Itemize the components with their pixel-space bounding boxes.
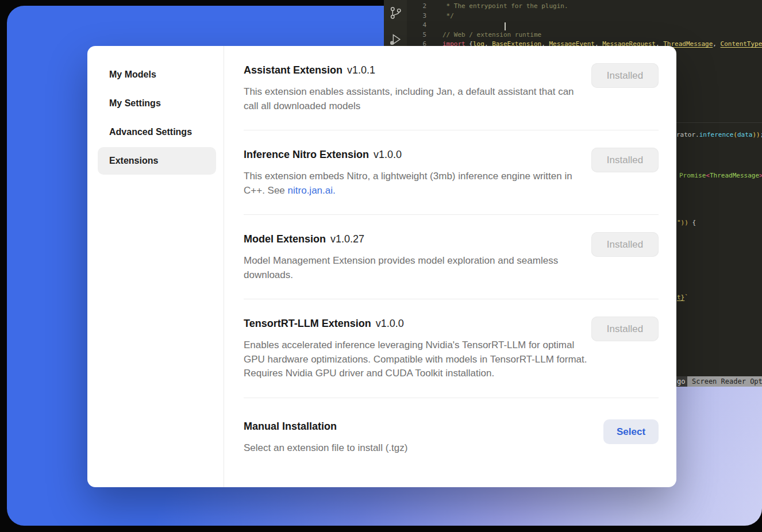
desktop-stage: 2 3 4 5 6 * The entrypoint for the plugi… (0, 0, 762, 532)
line-number: 3 (414, 11, 426, 21)
line-number: 4 (414, 21, 426, 30)
extension-row-assistant: Assistant Extensionv1.0.1 This extension… (244, 46, 659, 130)
extension-name: Inference Nitro Extension (244, 149, 369, 160)
code-fragment-template: t}` (677, 293, 688, 302)
code-line-comment: * The entrypoint for the plugin. (442, 2, 568, 11)
extension-title: Assistant Extensionv1.0.1 (244, 63, 591, 77)
text-cursor (505, 22, 506, 30)
extension-version: v1.0.27 (330, 233, 364, 245)
installed-button[interactable]: Installed (591, 63, 659, 88)
extension-version: v1.0.1 (347, 64, 375, 76)
nitro-jan-ai-link[interactable]: nitro.jan.ai. (288, 185, 336, 196)
installed-button[interactable]: Installed (591, 232, 659, 257)
settings-modal: My Models My Settings Advanced Settings … (87, 46, 676, 487)
sidebar-item-advanced-settings[interactable]: Advanced Settings (98, 118, 216, 146)
extension-description: Model Management Extension provides mode… (244, 254, 588, 282)
code-fragment-inference: rator.inference(data)); (676, 130, 762, 140)
installed-button[interactable]: Installed (591, 317, 659, 341)
code-fragment-brace: ")) { (677, 218, 696, 228)
run-debug-icon[interactable] (388, 32, 403, 47)
code-line-comment-end: */ (442, 11, 454, 21)
sidebar-item-my-settings[interactable]: My Settings (98, 90, 216, 117)
line-number: 2 (414, 2, 426, 11)
extension-title: TensortRT-LLM Extensionv1.0.0 (244, 317, 591, 330)
extension-version: v1.0.0 (376, 318, 404, 329)
sidebar-item-my-models[interactable]: My Models (98, 61, 216, 88)
manual-installation-title: Manual Installation (244, 419, 603, 433)
code-fragment-promise: Promise<ThreadMessage> (679, 171, 762, 180)
extension-description: This extension embeds Nitro, a lightweig… (244, 169, 588, 198)
code-line-comment: // Web / extension runtime (442, 30, 541, 40)
status-text-fragment: go (677, 376, 685, 387)
extension-title: Inference Nitro Extensionv1.0.0 (244, 148, 591, 161)
sidebar-item-extensions[interactable]: Extensions (98, 147, 216, 175)
extension-name: TensortRT-LLM Extension (244, 318, 371, 329)
extension-name: Model Extension (244, 233, 326, 245)
manual-installation-row: Manual Installation Select an extension … (244, 398, 659, 472)
source-control-icon[interactable] (388, 6, 403, 20)
screen-reader-optimized-badge[interactable]: Screen Reader Optimized (687, 376, 762, 387)
extension-name: Assistant Extension (244, 64, 342, 76)
extension-row-inference-nitro: Inference Nitro Extensionv1.0.0 This ext… (244, 130, 659, 214)
line-number: 5 (414, 30, 426, 40)
extensions-list: Assistant Extensionv1.0.1 This extension… (224, 46, 676, 487)
extension-title: Model Extensionv1.0.27 (244, 232, 591, 246)
extension-row-model: Model Extensionv1.0.27 Model Management … (244, 214, 659, 299)
extension-description: This extension enables assistants, inclu… (244, 85, 588, 113)
extension-row-tensorrt-llm: TensortRT-LLM Extensionv1.0.0 Enables ac… (244, 299, 659, 398)
extension-description: Enables accelerated inference leveraging… (244, 338, 588, 381)
select-file-button[interactable]: Select (603, 419, 659, 444)
installed-button[interactable]: Installed (591, 148, 659, 172)
settings-sidebar: My Models My Settings Advanced Settings … (87, 46, 224, 487)
manual-installation-description: Select an extension file to install (.tg… (244, 441, 588, 456)
extension-version: v1.0.0 (374, 149, 402, 160)
